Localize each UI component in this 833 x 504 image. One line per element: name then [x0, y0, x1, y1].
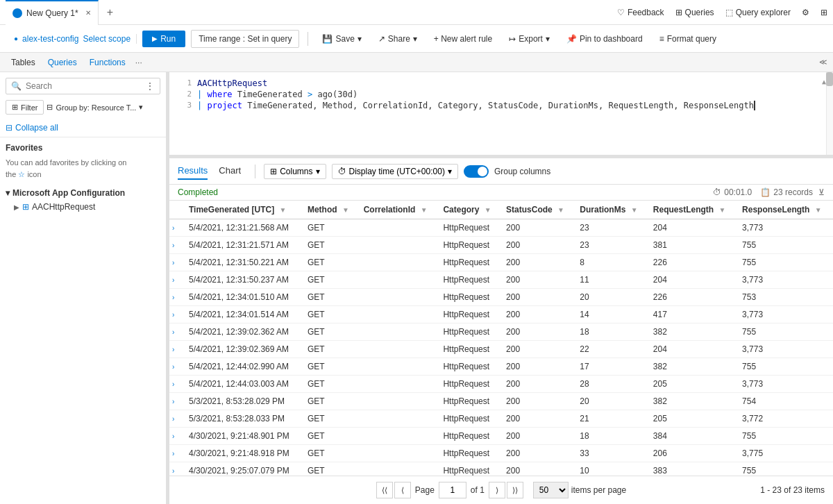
category-filter-icon[interactable]: ▼	[485, 206, 491, 214]
save-button[interactable]: 💾 Save ▾	[317, 31, 367, 47]
table-cell: 33	[574, 445, 648, 462]
col-header-request-length[interactable]: RequestLength ▼	[648, 201, 737, 219]
settings-btn[interactable]: ⚙	[802, 8, 809, 17]
col-header-method[interactable]: Method ▼	[302, 201, 358, 219]
connection-icon: ●	[14, 35, 18, 42]
display-time-button[interactable]: ⏱ Display time (UTC+00:00) ▾	[332, 164, 458, 179]
filter-button[interactable]: ⊞ Filter	[6, 100, 44, 115]
items-per-page-select[interactable]: 50 100 200	[533, 482, 569, 498]
table-cell: 200	[500, 445, 574, 462]
time-filter-icon[interactable]: ▼	[279, 206, 286, 214]
table-cell: 11	[574, 271, 648, 289]
time-range-button[interactable]: Time range : Set in query	[191, 30, 299, 48]
col-header-duration[interactable]: DurationMs ▼	[574, 201, 648, 219]
format-query-button[interactable]: ≡ Format query	[654, 31, 722, 47]
collapse-sidebar-btn[interactable]: ≪	[819, 58, 827, 67]
table-row: ›4/30/2021, 9:21:48.918 PMGETHttpRequest…	[169, 445, 833, 462]
select-scope-btn[interactable]: Select scope	[83, 34, 131, 44]
row-expand-btn[interactable]: ›	[169, 393, 183, 410]
prev-page-btn[interactable]: ⟨	[394, 482, 411, 498]
row-expand-btn[interactable]: ›	[169, 358, 183, 376]
row-expand-btn[interactable]: ›	[169, 324, 183, 341]
col-header-time-generated[interactable]: TimeGenerated [UTC] ▼	[183, 201, 302, 219]
new-tab-btn[interactable]: +	[101, 6, 119, 19]
method-filter-icon[interactable]: ▼	[342, 206, 349, 214]
table-cell: GET	[302, 376, 358, 393]
row-expand-btn[interactable]: ›	[169, 341, 183, 358]
status-filter-icon[interactable]: ▼	[557, 206, 564, 214]
row-expand-btn[interactable]: ›	[169, 254, 183, 271]
row-expand-btn[interactable]: ›	[169, 462, 183, 476]
duration-filter-icon[interactable]: ▼	[631, 206, 638, 214]
table-cell	[358, 376, 438, 393]
first-page-btn[interactable]: ⟨⟨	[376, 482, 393, 498]
more-tabs-btn[interactable]: ···	[133, 58, 145, 67]
request-filter-icon[interactable]: ▼	[719, 206, 726, 214]
chart-tab[interactable]: Chart	[219, 162, 241, 180]
row-expand-btn[interactable]: ›	[169, 410, 183, 428]
share-button[interactable]: ↗ Share ▾	[373, 31, 423, 47]
search-input[interactable]	[6, 78, 160, 94]
tree-item-aachttprequest[interactable]: ▶ ⊞ AACHttpRequest	[6, 201, 160, 213]
row-expand-btn[interactable]: ›	[169, 376, 183, 393]
table-cell: 226	[648, 254, 737, 271]
new-alert-rule-button[interactable]: + New alert rule	[428, 31, 498, 47]
table-cell: 200	[500, 428, 574, 445]
table-cell: 755	[737, 237, 833, 254]
queries-tab[interactable]: Queries	[42, 55, 83, 70]
col-header-correlation-id[interactable]: CorrelationId ▼	[358, 201, 438, 219]
tab-close-btn[interactable]: ✕	[85, 9, 91, 17]
page-input[interactable]	[439, 482, 466, 498]
table-cell: 5/4/2021, 12:31:21.568 AM	[183, 219, 302, 237]
feedback-btn[interactable]: ♡ Feedback	[617, 8, 664, 17]
star-icon: ☆	[18, 170, 25, 178]
query-explorer-btn[interactable]: ⬚ Query explorer	[725, 8, 791, 17]
scroll-up-btn[interactable]: ▲	[822, 78, 826, 85]
col-header-category[interactable]: Category ▼	[437, 201, 500, 219]
run-button[interactable]: ▶ Run	[142, 31, 185, 47]
table-cell: GET	[302, 341, 358, 358]
toggle-knob	[478, 167, 487, 176]
code-editor[interactable]: 1 AACHttpRequest 2 | where TimeGenerated…	[169, 72, 833, 156]
row-expand-btn[interactable]: ›	[169, 428, 183, 445]
group-columns-toggle[interactable]	[464, 165, 489, 178]
table-row: ›5/4/2021, 12:31:50.237 AMGETHttpRequest…	[169, 271, 833, 289]
ms-app-config-section[interactable]: ▾ Microsoft App Configuration	[6, 188, 160, 198]
tables-tab[interactable]: Tables	[6, 55, 41, 70]
functions-tab[interactable]: Functions	[84, 55, 131, 70]
row-expand-btn[interactable]: ›	[169, 445, 183, 462]
collapse-all-btn[interactable]: ⊟ Collapse all	[0, 119, 166, 137]
columns-icon: ⊞	[270, 167, 277, 176]
columns-button[interactable]: ⊞ Columns ▾	[264, 164, 326, 179]
editor-scrollbar[interactable]	[826, 72, 833, 155]
group-by-button[interactable]: ⊟ Group by: Resource T... ▾	[47, 103, 143, 112]
row-expand-btn[interactable]: ›	[169, 237, 183, 254]
tab-label: New Query 1*	[26, 8, 78, 18]
col-header-status-code[interactable]: StatusCode ▼	[500, 201, 574, 219]
results-tab[interactable]: Results	[178, 162, 208, 180]
row-expand-btn[interactable]: ›	[169, 289, 183, 306]
last-page-btn[interactable]: ⟩⟩	[507, 482, 523, 498]
response-filter-icon[interactable]: ▼	[815, 206, 822, 214]
search-more-btn[interactable]: ⋮	[145, 81, 155, 92]
queries-btn[interactable]: ⊞ Queries	[675, 8, 714, 17]
table-row: ›5/4/2021, 12:34:01.510 AMGETHttpRequest…	[169, 289, 833, 306]
right-panel: 1 AACHttpRequest 2 | where TimeGenerated…	[169, 72, 833, 504]
row-expand-btn[interactable]: ›	[169, 306, 183, 324]
queries-icon: ⊞	[675, 8, 682, 17]
row-expand-btn[interactable]: ›	[169, 219, 183, 237]
pin-to-dashboard-button[interactable]: 📌 Pin to dashboard	[561, 31, 648, 47]
table-icon: ⊟	[47, 103, 53, 112]
col-header-response-length[interactable]: ResponseLength ▼	[737, 201, 833, 219]
table-cell: 14	[574, 306, 648, 324]
table-cell: 200	[500, 410, 574, 428]
correlation-filter-icon[interactable]: ▼	[421, 206, 428, 214]
next-page-btn[interactable]: ⟩	[489, 482, 505, 498]
tab-new-query-1[interactable]: New Query 1* ✕	[6, 0, 99, 25]
toggle-track[interactable]	[464, 165, 489, 178]
export-button[interactable]: ↦ Export ▾	[503, 31, 555, 47]
layout-btn[interactable]: ⊞	[821, 8, 827, 17]
sidebar: 🔍 ⋮ ⊞ Filter ⊟ Group by: Resource T... ▾…	[0, 72, 167, 504]
expand-results-btn[interactable]: ⊻	[818, 187, 825, 197]
row-expand-btn[interactable]: ›	[169, 271, 183, 289]
